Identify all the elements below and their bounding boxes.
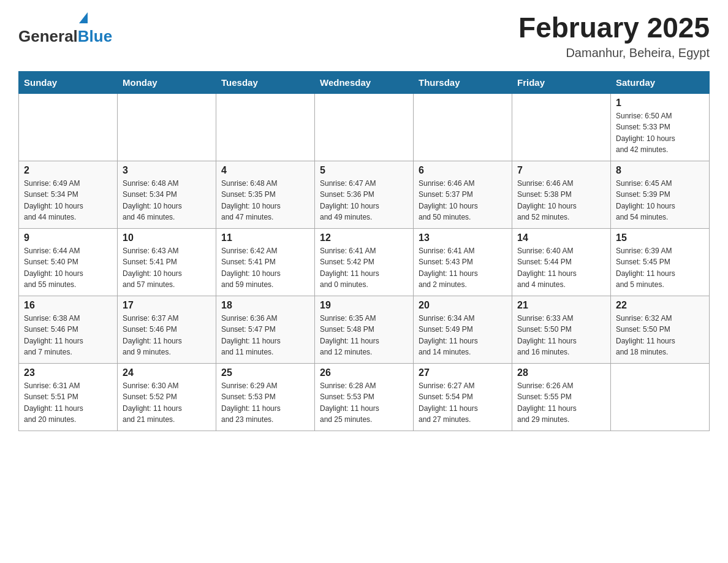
month-title: February 2025 [518, 12, 710, 44]
calendar-cell: 8Sunrise: 6:45 AM Sunset: 5:39 PM Daylig… [611, 161, 710, 228]
day-info: Sunrise: 6:41 AM Sunset: 5:43 PM Dayligh… [419, 245, 507, 291]
day-info: Sunrise: 6:47 AM Sunset: 5:36 PM Dayligh… [320, 178, 408, 223]
title-block: February 2025 Damanhur, Beheira, Egypt [518, 12, 710, 60]
calendar-header: SundayMondayTuesdayWednesdayThursdayFrid… [19, 71, 710, 93]
day-info: Sunrise: 6:43 AM Sunset: 5:41 PM Dayligh… [123, 245, 211, 291]
calendar-cell: 24Sunrise: 6:30 AM Sunset: 5:52 PM Dayli… [118, 363, 216, 431]
day-info: Sunrise: 6:50 AM Sunset: 5:33 PM Dayligh… [616, 110, 704, 156]
day-number: 22 [616, 300, 704, 311]
calendar-cell: 2Sunrise: 6:49 AM Sunset: 5:34 PM Daylig… [19, 161, 118, 228]
calendar-cell [414, 93, 512, 161]
calendar-cell: 21Sunrise: 6:33 AM Sunset: 5:50 PM Dayli… [512, 296, 611, 363]
day-info: Sunrise: 6:41 AM Sunset: 5:42 PM Dayligh… [320, 245, 408, 291]
day-info: Sunrise: 6:42 AM Sunset: 5:41 PM Dayligh… [221, 245, 309, 291]
day-info: Sunrise: 6:34 AM Sunset: 5:49 PM Dayligh… [419, 313, 507, 358]
calendar-cell [19, 93, 118, 161]
day-number: 12 [320, 232, 408, 243]
day-number: 8 [616, 165, 704, 176]
calendar-cell [118, 93, 216, 161]
day-number: 4 [221, 165, 309, 176]
calendar-week-1: 1Sunrise: 6:50 AM Sunset: 5:33 PM Daylig… [19, 93, 710, 161]
calendar-cell: 17Sunrise: 6:37 AM Sunset: 5:46 PM Dayli… [118, 296, 216, 363]
logo-triangle-icon [79, 12, 88, 23]
day-info: Sunrise: 6:40 AM Sunset: 5:44 PM Dayligh… [517, 245, 605, 291]
day-number: 11 [221, 232, 309, 243]
calendar-cell: 20Sunrise: 6:34 AM Sunset: 5:49 PM Dayli… [414, 296, 512, 363]
day-info: Sunrise: 6:44 AM Sunset: 5:40 PM Dayligh… [24, 245, 112, 291]
logo: General Blue [18, 12, 112, 46]
calendar-week-2: 2Sunrise: 6:49 AM Sunset: 5:34 PM Daylig… [19, 161, 710, 228]
day-number: 10 [123, 232, 211, 243]
day-number: 5 [320, 165, 408, 176]
logo-blue-text: Blue [78, 27, 112, 46]
day-info: Sunrise: 6:32 AM Sunset: 5:50 PM Dayligh… [616, 313, 704, 358]
calendar-cell [315, 93, 414, 161]
calendar-cell: 27Sunrise: 6:27 AM Sunset: 5:54 PM Dayli… [414, 363, 512, 431]
day-info: Sunrise: 6:37 AM Sunset: 5:46 PM Dayligh… [123, 313, 211, 358]
day-info: Sunrise: 6:46 AM Sunset: 5:38 PM Dayligh… [517, 178, 605, 223]
calendar-cell: 11Sunrise: 6:42 AM Sunset: 5:41 PM Dayli… [216, 228, 315, 296]
header-cell-wednesday: Wednesday [315, 71, 414, 93]
day-info: Sunrise: 6:35 AM Sunset: 5:48 PM Dayligh… [320, 313, 408, 358]
day-info: Sunrise: 6:49 AM Sunset: 5:34 PM Dayligh… [24, 178, 112, 223]
calendar-cell: 9Sunrise: 6:44 AM Sunset: 5:40 PM Daylig… [19, 228, 118, 296]
calendar-week-5: 23Sunrise: 6:31 AM Sunset: 5:51 PM Dayli… [19, 363, 710, 431]
header-cell-monday: Monday [118, 71, 216, 93]
day-number: 16 [24, 300, 112, 311]
day-number: 15 [616, 232, 704, 243]
day-number: 6 [419, 165, 507, 176]
day-info: Sunrise: 6:38 AM Sunset: 5:46 PM Dayligh… [24, 313, 112, 358]
header-cell-friday: Friday [512, 71, 611, 93]
calendar-week-4: 16Sunrise: 6:38 AM Sunset: 5:46 PM Dayli… [19, 296, 710, 363]
calendar-cell: 25Sunrise: 6:29 AM Sunset: 5:53 PM Dayli… [216, 363, 315, 431]
day-number: 23 [24, 367, 112, 378]
calendar-cell: 13Sunrise: 6:41 AM Sunset: 5:43 PM Dayli… [414, 228, 512, 296]
calendar-cell: 19Sunrise: 6:35 AM Sunset: 5:48 PM Dayli… [315, 296, 414, 363]
calendar-cell: 4Sunrise: 6:48 AM Sunset: 5:35 PM Daylig… [216, 161, 315, 228]
calendar-cell: 1Sunrise: 6:50 AM Sunset: 5:33 PM Daylig… [611, 93, 710, 161]
day-info: Sunrise: 6:26 AM Sunset: 5:55 PM Dayligh… [517, 380, 605, 426]
day-number: 19 [320, 300, 408, 311]
calendar-cell: 22Sunrise: 6:32 AM Sunset: 5:50 PM Dayli… [611, 296, 710, 363]
day-number: 14 [517, 232, 605, 243]
calendar-cell [512, 93, 611, 161]
day-number: 9 [24, 232, 112, 243]
calendar-cell: 12Sunrise: 6:41 AM Sunset: 5:42 PM Dayli… [315, 228, 414, 296]
calendar-cell: 26Sunrise: 6:28 AM Sunset: 5:53 PM Dayli… [315, 363, 414, 431]
day-number: 25 [221, 367, 309, 378]
day-info: Sunrise: 6:28 AM Sunset: 5:53 PM Dayligh… [320, 380, 408, 426]
calendar-cell: 18Sunrise: 6:36 AM Sunset: 5:47 PM Dayli… [216, 296, 315, 363]
calendar-cell [611, 363, 710, 431]
day-info: Sunrise: 6:48 AM Sunset: 5:34 PM Dayligh… [123, 178, 211, 223]
calendar-cell: 15Sunrise: 6:39 AM Sunset: 5:45 PM Dayli… [611, 228, 710, 296]
header-cell-tuesday: Tuesday [216, 71, 315, 93]
calendar-week-3: 9Sunrise: 6:44 AM Sunset: 5:40 PM Daylig… [19, 228, 710, 296]
day-number: 26 [320, 367, 408, 378]
calendar-cell: 28Sunrise: 6:26 AM Sunset: 5:55 PM Dayli… [512, 363, 611, 431]
calendar-cell: 5Sunrise: 6:47 AM Sunset: 5:36 PM Daylig… [315, 161, 414, 228]
day-number: 20 [419, 300, 507, 311]
day-number: 13 [419, 232, 507, 243]
day-info: Sunrise: 6:48 AM Sunset: 5:35 PM Dayligh… [221, 178, 309, 223]
header-row: SundayMondayTuesdayWednesdayThursdayFrid… [19, 71, 710, 93]
day-info: Sunrise: 6:46 AM Sunset: 5:37 PM Dayligh… [419, 178, 507, 223]
header-cell-saturday: Saturday [611, 71, 710, 93]
day-number: 2 [24, 165, 112, 176]
day-number: 7 [517, 165, 605, 176]
day-info: Sunrise: 6:33 AM Sunset: 5:50 PM Dayligh… [517, 313, 605, 358]
day-info: Sunrise: 6:30 AM Sunset: 5:52 PM Dayligh… [123, 380, 211, 426]
calendar-cell: 6Sunrise: 6:46 AM Sunset: 5:37 PM Daylig… [414, 161, 512, 228]
day-number: 21 [517, 300, 605, 311]
day-info: Sunrise: 6:45 AM Sunset: 5:39 PM Dayligh… [616, 178, 704, 223]
day-info: Sunrise: 6:36 AM Sunset: 5:47 PM Dayligh… [221, 313, 309, 358]
page-header: General Blue February 2025 Damanhur, Beh… [18, 12, 710, 60]
day-info: Sunrise: 6:31 AM Sunset: 5:51 PM Dayligh… [24, 380, 112, 426]
calendar-cell: 3Sunrise: 6:48 AM Sunset: 5:34 PM Daylig… [118, 161, 216, 228]
calendar-body: 1Sunrise: 6:50 AM Sunset: 5:33 PM Daylig… [19, 93, 710, 431]
calendar-table: SundayMondayTuesdayWednesdayThursdayFrid… [18, 71, 710, 431]
day-number: 27 [419, 367, 507, 378]
location-title: Damanhur, Beheira, Egypt [518, 46, 710, 60]
header-cell-thursday: Thursday [414, 71, 512, 93]
calendar-cell: 16Sunrise: 6:38 AM Sunset: 5:46 PM Dayli… [19, 296, 118, 363]
calendar-cell: 7Sunrise: 6:46 AM Sunset: 5:38 PM Daylig… [512, 161, 611, 228]
